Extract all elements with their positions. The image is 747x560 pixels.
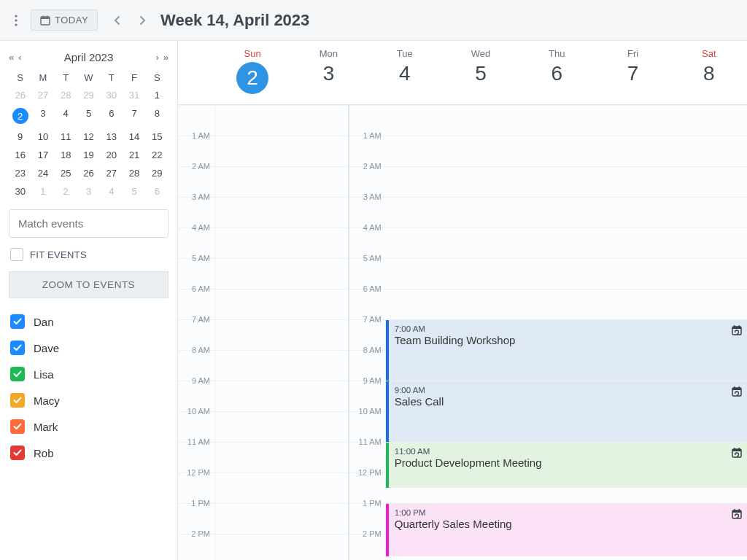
fit-events-checkbox[interactable] (10, 248, 23, 261)
resource-checkbox[interactable] (10, 393, 25, 408)
mini-day[interactable]: 3 (77, 182, 100, 201)
hour-label: 12 PM (358, 468, 382, 477)
day-header[interactable]: Wed5 (443, 41, 519, 104)
mini-day[interactable]: 20 (100, 146, 123, 164)
day-header[interactable]: Tue4 (367, 41, 443, 104)
resource-checkbox[interactable] (10, 446, 25, 460)
calendar-event[interactable]: 11:00 AMProduct Development Meeting (386, 443, 747, 488)
day-header[interactable]: Thu6 (519, 41, 595, 104)
mini-day[interactable]: 15 (146, 128, 169, 146)
hour-label: 1 AM (363, 131, 382, 140)
mini-dow: M (31, 69, 54, 86)
resource-name: Dan (34, 316, 54, 328)
mini-day[interactable]: 6 (146, 182, 169, 201)
mini-day[interactable]: 28 (123, 164, 145, 182)
mini-day[interactable]: 18 (55, 146, 77, 164)
event-time: 1:00 PM (395, 508, 741, 517)
svg-point-1 (15, 19, 17, 21)
resource-checkbox[interactable] (10, 314, 25, 329)
mini-day[interactable]: 23 (9, 164, 31, 182)
svg-rect-9 (734, 325, 735, 327)
mini-day[interactable]: 7 (123, 104, 145, 128)
menu-button[interactable] (7, 12, 25, 29)
mini-day[interactable]: 25 (55, 164, 77, 182)
resource-name: Macy (34, 394, 60, 407)
mini-day[interactable]: 5 (77, 104, 100, 128)
mini-day[interactable]: 26 (9, 86, 31, 104)
event-area[interactable]: 7:00 AMTeam Building Workshop9:00 AMSale… (386, 105, 747, 560)
mini-day[interactable]: 30 (100, 86, 123, 104)
event-title: Sales Call (395, 395, 741, 408)
hour-label: 6 AM (363, 284, 382, 293)
hour-row: 2 PM (349, 534, 386, 560)
mini-day[interactable]: 10 (31, 128, 54, 146)
day-header[interactable]: Mon3 (290, 41, 366, 104)
next-week-button[interactable] (130, 7, 156, 34)
resource-name: Lisa (34, 368, 54, 381)
mini-day[interactable]: 29 (146, 164, 169, 182)
day-header[interactable]: Fri7 (595, 41, 670, 104)
mini-day[interactable]: 2 (55, 182, 77, 201)
mini-day[interactable]: 3 (31, 104, 54, 128)
mini-day[interactable]: 11 (55, 128, 77, 146)
mini-day[interactable]: 22 (146, 146, 169, 164)
zoom-to-events-button[interactable]: ZOOM TO EVENTS (9, 271, 169, 298)
today-button[interactable]: TODAY (31, 9, 98, 31)
event-time: 9:00 AM (395, 386, 741, 394)
mini-day[interactable]: 30 (9, 182, 31, 201)
mini-day[interactable]: 4 (55, 104, 77, 128)
prev-week-button[interactable] (104, 7, 130, 34)
hour-label: 5 AM (192, 254, 210, 262)
resource-checkbox[interactable] (10, 341, 25, 355)
hour-label: 1 PM (191, 499, 210, 508)
calendar-event[interactable]: 7:00 AMTeam Building Workshop (386, 320, 747, 381)
mini-day[interactable]: 26 (77, 164, 100, 182)
mini-day[interactable]: 31 (123, 86, 145, 104)
mini-day[interactable]: 16 (9, 146, 31, 164)
mini-day[interactable]: 4 (100, 182, 123, 201)
mini-dow: S (146, 69, 169, 86)
sidebar: « ‹ April 2023 › » SMTWTFS26272829303112… (0, 41, 178, 560)
day-column[interactable] (214, 105, 348, 560)
mini-day[interactable]: 5 (123, 182, 145, 201)
mini-day[interactable]: 2 (9, 104, 31, 128)
mini-day[interactable]: 19 (77, 146, 100, 164)
hour-label: 10 AM (187, 407, 210, 416)
svg-rect-10 (739, 325, 740, 327)
mini-day[interactable]: 27 (100, 164, 123, 182)
resource-checkbox[interactable] (10, 419, 25, 434)
mini-prev-year-button[interactable]: « (9, 52, 14, 63)
resource-checkbox[interactable] (10, 367, 25, 381)
mini-day[interactable]: 27 (31, 86, 54, 104)
svg-rect-12 (732, 388, 741, 390)
mini-day[interactable]: 17 (31, 146, 54, 164)
event-time: 11:00 AM (395, 447, 741, 456)
recurring-icon (731, 447, 743, 459)
mini-day[interactable]: 1 (146, 86, 169, 104)
day-of-week: Fri (595, 48, 670, 59)
mini-day[interactable]: 13 (100, 128, 123, 146)
mini-day[interactable]: 29 (77, 86, 100, 104)
mini-day[interactable]: 6 (100, 104, 123, 128)
mini-calendar-grid: SMTWTFS262728293031123456789101112131415… (9, 69, 169, 201)
calendar-event[interactable]: 9:00 AMSales Call (386, 381, 747, 442)
calendar-event[interactable]: 1:00 PMQuarterly Sales Meeting (386, 504, 747, 556)
mini-day[interactable]: 24 (31, 164, 54, 182)
resource-row: Macy (9, 387, 169, 413)
day-header[interactable]: Sun2 (214, 41, 290, 104)
mini-day[interactable]: 28 (55, 86, 77, 104)
mini-day[interactable]: 21 (123, 146, 145, 164)
match-events-input[interactable] (9, 209, 169, 238)
mini-next-month-button[interactable]: › (155, 52, 158, 63)
mini-day[interactable]: 9 (9, 128, 31, 146)
mini-day[interactable]: 12 (77, 128, 100, 146)
mini-day[interactable]: 14 (123, 128, 145, 146)
mini-day[interactable]: 8 (146, 104, 169, 128)
mini-next-year-button[interactable]: » (163, 52, 169, 63)
svg-rect-6 (47, 15, 48, 18)
mini-prev-month-button[interactable]: ‹ (18, 52, 21, 63)
hour-label: 9 AM (363, 376, 382, 385)
toolbar: TODAY Week 14, April 2023 (0, 0, 747, 41)
day-header[interactable]: Sat8 (671, 41, 747, 104)
mini-day[interactable]: 1 (31, 182, 54, 201)
